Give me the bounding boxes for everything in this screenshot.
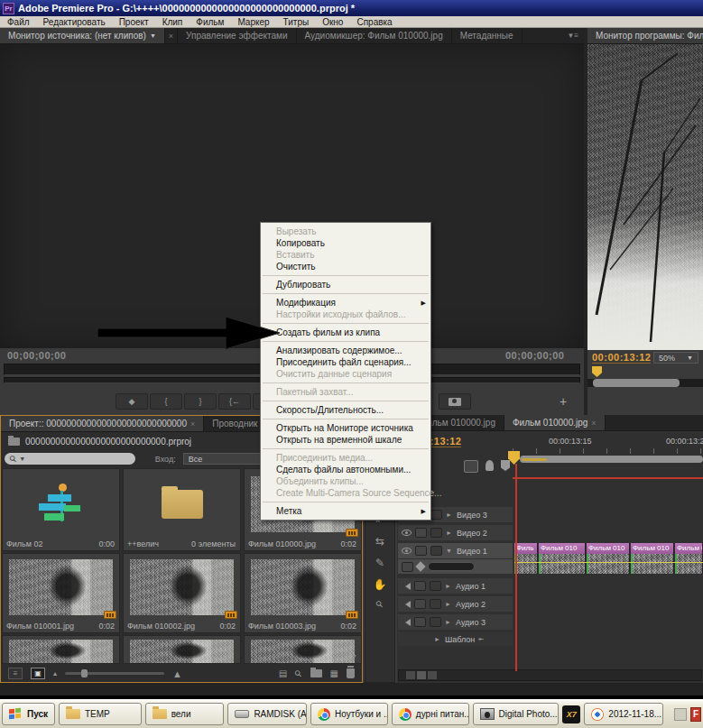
zoom-in-icon[interactable]: ▲ <box>172 668 182 679</box>
project-item-clip[interactable]: Фильм 010003.jpg 0:02 <box>244 553 362 633</box>
tab-project[interactable]: Проект:: 0000000000000000000000000000 × <box>1 416 204 431</box>
project-item-clip[interactable] <box>2 635 120 664</box>
scroll-block[interactable] <box>417 671 426 679</box>
track-output-eye-icon[interactable] <box>402 530 412 536</box>
menu-clip[interactable]: Клип <box>162 17 183 27</box>
export-frame-button[interactable] <box>439 393 471 410</box>
marker-button[interactable]: ◆ <box>116 393 148 410</box>
taskbar-button-digitalphoto[interactable]: Digital Photo... <box>473 703 560 725</box>
taskbar-button-ramdisk[interactable]: RAMDISK (A:) <box>227 703 307 725</box>
program-scroll-thumb[interactable] <box>593 379 680 387</box>
menu-item-modify[interactable]: Модификация▶ <box>261 297 430 309</box>
menu-title[interactable]: Титры <box>283 17 310 27</box>
mark-out-button[interactable]: } <box>184 393 217 410</box>
encore-marker-icon[interactable] <box>486 460 494 471</box>
delete-icon[interactable] <box>347 668 355 678</box>
track-name[interactable]: Видео 2 <box>457 529 487 538</box>
track-style-icon[interactable] <box>414 617 426 627</box>
menu-item-make-subsequence[interactable]: Создать фильм из клипа <box>261 327 430 338</box>
menu-help[interactable]: Справка <box>356 17 392 27</box>
menu-edit[interactable]: Редактировать <box>43 17 106 27</box>
menu-item-open-in-source[interactable]: Открыть на Мониторе источника <box>261 422 430 434</box>
program-scroll-track[interactable] <box>587 379 703 387</box>
menu-item-open-in-timeline[interactable]: Открыть на временной шкале <box>261 434 430 446</box>
speaker-icon[interactable] <box>402 601 411 608</box>
menu-item-source-settings[interactable]: Настройки исходных файлов... <box>261 309 430 320</box>
pen-tool-icon[interactable]: ✎ <box>375 557 384 569</box>
project-item-clip[interactable]: Фильм 010001.jpg 0:02 <box>2 553 120 633</box>
track-video1[interactable]: ▼ Видео 1 <box>398 543 513 558</box>
panel-menu-icon[interactable]: ▼≡ <box>561 28 584 43</box>
taskbar-button-chrome1[interactable]: Ноутбуки и ... <box>310 703 388 725</box>
taskbar-button-chrome2[interactable]: дурні питан... <box>392 703 469 725</box>
twirl-icon[interactable]: ► <box>446 511 453 518</box>
slip-tool-icon[interactable]: ⇆ <box>375 535 384 548</box>
tab-metadata[interactable]: Метаданные <box>452 28 523 43</box>
track-video2[interactable]: ► Видео 2 <box>398 525 513 540</box>
tray-icon-partial[interactable]: F <box>690 707 701 722</box>
track-name[interactable]: Шаблон <box>445 635 475 644</box>
taskbar-x7-icon[interactable]: X7 <box>562 705 580 723</box>
display-style-icon[interactable] <box>402 562 413 572</box>
timeline-clip[interactable]: Филь <box>514 543 538 574</box>
speaker-icon[interactable] <box>402 583 411 590</box>
track-name[interactable]: Аудио 1 <box>456 582 486 591</box>
taskbar-button-temp[interactable]: TEMP <box>59 703 142 725</box>
track-lock-toggle[interactable] <box>430 581 441 591</box>
timeline-ruler[interactable] <box>513 448 703 454</box>
menu-item-attach-script[interactable]: Присоединить файл сценария... <box>261 356 430 368</box>
menu-item-speed-duration[interactable]: Скорость/Длительность... <box>261 404 430 416</box>
sequence-marker-icon[interactable] <box>501 460 510 471</box>
find-icon[interactable]: ⚲ <box>293 668 304 678</box>
close-tab-icon[interactable]: × <box>591 419 596 428</box>
close-tab-icon[interactable]: × <box>165 28 178 43</box>
tab-source-monitor[interactable]: Монитор источника: (нет клипов) ▼ <box>0 28 165 43</box>
menu-item-duplicate[interactable]: Дублировать <box>261 279 430 290</box>
thumbnail-zoom-slider[interactable] <box>65 672 164 675</box>
playhead-line[interactable] <box>515 464 517 671</box>
track-style-icon[interactable] <box>415 546 427 556</box>
twirl-icon[interactable]: ► <box>445 583 452 589</box>
work-area-bar[interactable] <box>520 456 703 463</box>
program-marker-icon[interactable] <box>592 366 602 377</box>
zoom-tool-icon[interactable]: ⚲ <box>375 599 385 610</box>
track-output-eye-icon[interactable] <box>402 548 412 554</box>
track-lock-toggle[interactable] <box>430 546 442 556</box>
menu-item-paste[interactable]: Вставить <box>261 249 430 261</box>
menu-file[interactable]: Файл <box>7 17 30 27</box>
zoom-level-select[interactable]: 50% ▼ <box>653 352 698 364</box>
taskbar-button-date[interactable]: 2012-11-18... <box>584 703 663 725</box>
mark-in-button[interactable]: { <box>150 393 182 410</box>
start-button[interactable]: Пуск <box>2 703 55 725</box>
menu-marker[interactable]: Маркер <box>237 17 269 27</box>
track-audio2[interactable]: ► Аудио 2 <box>398 596 513 612</box>
automate-to-sequence-icon[interactable]: ▤ <box>279 668 287 678</box>
track-name[interactable]: Видео 1 <box>457 547 487 556</box>
track-template[interactable]: ► Шаблон ⇤ <box>398 632 513 646</box>
opacity-rubber-band[interactable] <box>514 562 703 563</box>
menu-item-make-offline[interactable]: Сделать файлы автономными... <box>261 464 430 475</box>
twirl-icon[interactable]: ► <box>445 601 452 607</box>
tab-program-monitor[interactable]: Монитор программы: Фильм 0 <box>587 28 703 43</box>
menu-item-copy[interactable]: Копировать <box>261 237 430 249</box>
track-lock-toggle[interactable] <box>430 617 441 627</box>
list-view-button[interactable]: ≡ <box>8 668 23 679</box>
button-editor-plus[interactable]: + <box>560 394 567 409</box>
track-style-icon[interactable] <box>415 528 427 538</box>
project-item-clip[interactable]: Фильм 010002.jpg 0:02 <box>123 553 241 633</box>
menu-item-label[interactable]: Метка▶ <box>261 505 430 517</box>
snap-icon[interactable] <box>464 460 478 473</box>
keyframe-icon[interactable] <box>415 561 425 571</box>
track-name[interactable]: Аудио 2 <box>456 600 486 609</box>
timeline-hscrollbar[interactable] <box>398 669 702 681</box>
new-bin-icon[interactable] <box>310 669 322 677</box>
taskbar-button-veli[interactable]: вели <box>145 703 225 725</box>
project-item-clip[interactable] <box>244 635 362 664</box>
timeline-clip[interactable]: Фильм 010 <box>675 543 703 574</box>
track-style-icon[interactable] <box>414 599 426 609</box>
track-audio3[interactable]: ► Аудио 3 <box>398 614 513 630</box>
tab-audio-mixer[interactable]: Аудиомикшер: Фильм 010000.jpg <box>297 28 452 43</box>
timeline-clip[interactable]: Фильм 010 <box>587 543 630 574</box>
timeline-clip[interactable]: Фильм 010 <box>631 543 674 574</box>
speaker-icon[interactable] <box>402 619 411 626</box>
